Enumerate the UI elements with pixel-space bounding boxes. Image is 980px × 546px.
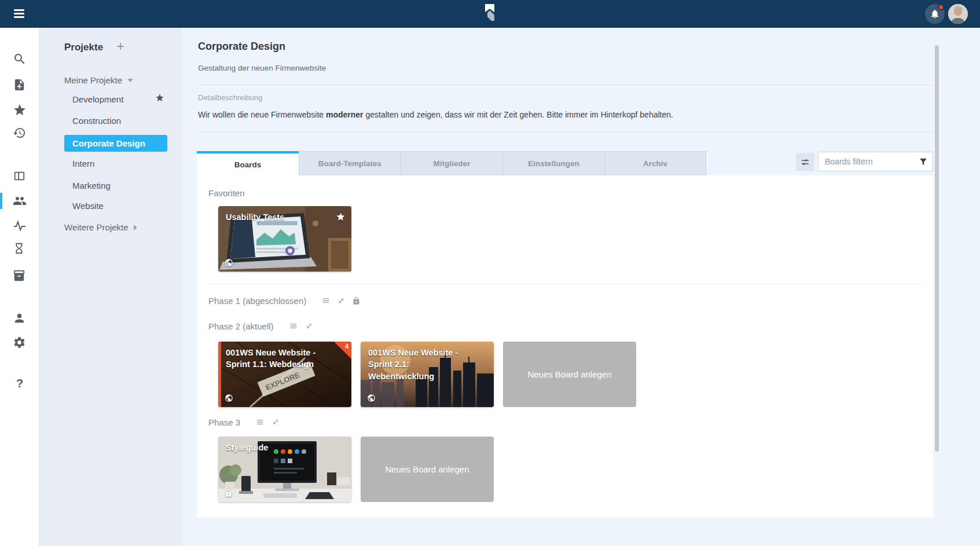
new-board-button[interactable]: Neues Board anlegen bbox=[503, 342, 636, 407]
collapse-icon[interactable] bbox=[304, 322, 313, 331]
project-item-corporate-design[interactable]: Corporate Design bbox=[64, 135, 167, 152]
card-badge-count: 4 bbox=[345, 343, 348, 350]
main-content: Corporate Design Gestaltung der neuen Fi… bbox=[182, 28, 980, 546]
new-board-button[interactable]: Neues Board anlegen bbox=[361, 437, 494, 502]
help-icon[interactable]: ? bbox=[13, 376, 27, 390]
icon-sidebar: ? bbox=[0, 28, 39, 546]
board-title: Styleguide bbox=[226, 442, 329, 453]
section-title-phase-1: Phase 1 (abgeschlossen) bbox=[208, 296, 306, 306]
users-icon[interactable] bbox=[13, 194, 27, 208]
section-phase-3: Phase 3 bbox=[208, 416, 280, 428]
tab-boards[interactable]: Boards bbox=[197, 151, 299, 175]
expand-icon[interactable] bbox=[337, 296, 346, 305]
filter-funnel-icon[interactable] bbox=[919, 157, 928, 166]
caret-right-icon bbox=[134, 225, 137, 230]
project-item-marketing[interactable]: Marketing bbox=[72, 181, 111, 190]
globe-icon bbox=[367, 394, 376, 402]
board-card-styleguide[interactable]: Styleguide bbox=[218, 437, 351, 502]
projects-title: Projekte bbox=[64, 42, 103, 53]
board-card-usability-tests[interactable]: Usability Tests bbox=[218, 206, 351, 272]
project-item-website[interactable]: Website bbox=[72, 201, 104, 211]
project-star-icon[interactable] bbox=[155, 93, 164, 102]
menu-icon[interactable] bbox=[14, 9, 24, 18]
globe-icon bbox=[225, 394, 233, 402]
tabs: Boards Board-Templates Mitglieder Einste… bbox=[197, 151, 706, 175]
board-card-sprint-2-1[interactable]: 001WS Neue Website - Sprint 2.1: Webentw… bbox=[361, 342, 494, 407]
card-corner-badge bbox=[334, 342, 351, 359]
project-group-meine-projekte[interactable]: Meine Projekte bbox=[64, 75, 133, 85]
phase-3-cards-row: Styleguide Neues Board anlegen bbox=[218, 437, 494, 502]
user-avatar[interactable] bbox=[948, 4, 968, 24]
boards-filter bbox=[818, 152, 933, 171]
projects-panel: Projekte + Meine Projekte Development Co… bbox=[39, 28, 182, 546]
list-icon[interactable] bbox=[255, 417, 265, 427]
project-item-intern[interactable]: Intern bbox=[72, 159, 94, 168]
collapse-icon[interactable] bbox=[271, 418, 280, 427]
divider bbox=[198, 131, 933, 132]
divider bbox=[198, 85, 933, 85]
activity-icon[interactable] bbox=[13, 219, 27, 233]
add-project-button[interactable]: + bbox=[116, 38, 124, 54]
description-text: Wir wollen die neue Firmenwebsite modern… bbox=[198, 110, 673, 119]
board-title: Usability Tests bbox=[226, 211, 329, 223]
project-item-development[interactable]: Development bbox=[72, 94, 123, 104]
caret-down-icon bbox=[127, 79, 133, 82]
boards-filter-input[interactable] bbox=[818, 152, 933, 171]
tab-archiv[interactable]: Archiv bbox=[604, 151, 706, 175]
list-icon[interactable] bbox=[321, 296, 331, 305]
globe-icon bbox=[225, 258, 233, 267]
avatar-image bbox=[948, 4, 968, 24]
app-logo bbox=[484, 3, 495, 24]
vertical-scrollbar[interactable] bbox=[935, 45, 939, 452]
section-title-phase-3: Phase 3 bbox=[208, 417, 240, 427]
filter-settings-button[interactable] bbox=[796, 153, 814, 171]
favorites-star-icon[interactable] bbox=[13, 103, 27, 117]
page-title: Corporate Design bbox=[198, 41, 285, 53]
favorites-cards-row: Usability Tests bbox=[218, 206, 351, 272]
notification-dot bbox=[938, 4, 944, 10]
lock-icon[interactable] bbox=[352, 296, 361, 305]
section-title-favoriten: Favoriten bbox=[208, 188, 245, 198]
section-phase-2: Phase 2 (aktuell) bbox=[208, 320, 313, 332]
section-phase-1: Phase 1 (abgeschlossen) bbox=[208, 295, 361, 306]
bell-icon bbox=[930, 9, 940, 19]
phase-2-cards-row: EXPLORE 4 001WS Neue Website - Sprint 1.… bbox=[218, 342, 636, 407]
card-color-stripe bbox=[218, 342, 221, 407]
boards-columns-icon[interactable] bbox=[13, 170, 27, 184]
hourglass-icon[interactable] bbox=[13, 242, 27, 256]
list-icon[interactable] bbox=[289, 321, 298, 331]
project-item-construction[interactable]: Construction bbox=[72, 116, 121, 126]
search-icon[interactable] bbox=[13, 52, 27, 66]
board-card-sprint-1-1[interactable]: EXPLORE 4 001WS Neue Website - Sprint 1.… bbox=[218, 342, 351, 407]
boards-panel: Favoriten bbox=[197, 175, 933, 518]
page-subtitle: Gestaltung der neuen Firmenwebsite bbox=[198, 64, 326, 72]
board-title: 001WS Neue Website - Sprint 1.1: Webdesi… bbox=[226, 347, 329, 371]
tab-mitglieder[interactable]: Mitglieder bbox=[401, 151, 502, 175]
new-document-icon[interactable] bbox=[13, 78, 27, 92]
notifications-button[interactable] bbox=[925, 4, 945, 24]
divider bbox=[208, 284, 922, 284]
settings-gear-icon[interactable] bbox=[13, 336, 27, 350]
topbar bbox=[0, 0, 980, 28]
tab-einstellungen[interactable]: Einstellungen bbox=[502, 151, 604, 175]
active-indicator bbox=[0, 193, 2, 209]
project-group-weitere-projekte[interactable]: Weitere Projekte bbox=[64, 222, 137, 232]
lock-icon bbox=[225, 489, 233, 497]
history-icon[interactable] bbox=[13, 126, 27, 140]
profile-icon[interactable] bbox=[13, 312, 27, 325]
description-label: Detailbeschreibung bbox=[198, 93, 262, 102]
archive-icon[interactable] bbox=[13, 269, 27, 283]
tune-icon bbox=[800, 157, 810, 167]
tab-board-templates[interactable]: Board-Templates bbox=[299, 151, 401, 175]
board-title: 001WS Neue Website - Sprint 2.1: Webentw… bbox=[368, 347, 472, 382]
board-favorite-star-icon[interactable] bbox=[336, 212, 346, 222]
section-title-phase-2: Phase 2 (aktuell) bbox=[208, 321, 274, 331]
